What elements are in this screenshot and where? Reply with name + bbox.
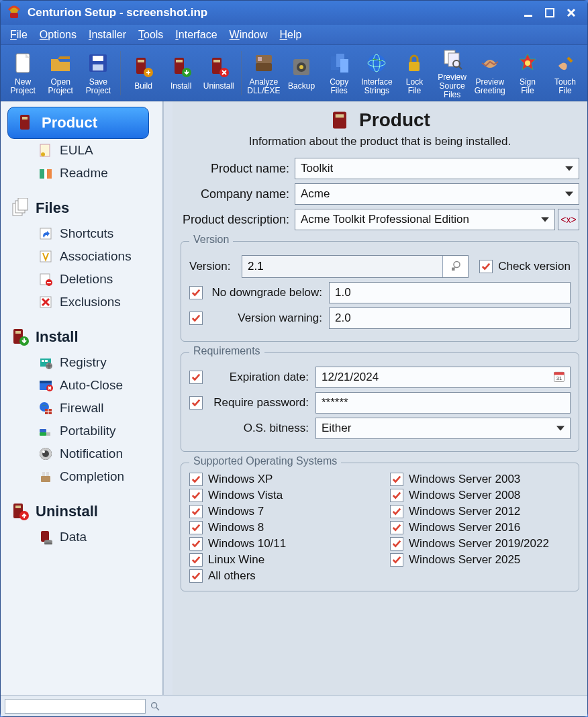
company-name-combo[interactable]: Acme [295,183,579,205]
menu-tools[interactable]: Tools [133,27,168,43]
os-checkbox[interactable] [189,521,203,534]
os-checkbox[interactable] [189,553,203,567]
sidebar-scrollbar[interactable] [163,101,173,695]
sidebar: ProductEULAReadmeFilesShortcutsAssociati… [1,101,163,695]
toolbar-preview-button[interactable]: PreviewSource Files [434,45,471,101]
product-desc-label: Product description: [181,213,295,227]
os-bitness-combo[interactable]: Either [315,418,571,439]
password-input[interactable]: ****** [315,392,571,414]
toolbar-save-button[interactable]: SaveProject [80,50,116,97]
search-input[interactable] [5,699,146,714]
uninstall-box-icon [10,501,30,522]
os-checkbox[interactable] [390,537,403,551]
toolbar-install-button[interactable]: Install [163,54,199,92]
sidebar-item-firewall[interactable]: Firewall [1,397,162,420]
os-windows-xp: Windows XP [189,473,370,486]
os-linux-wine: Linux Wine [189,553,370,567]
toolbar-copy-button[interactable]: CopyFiles [321,50,357,97]
menu-installer[interactable]: Installer [83,27,132,43]
version-input[interactable]: 2.1 [242,256,442,277]
app-window: Centurion Setup - screenshot.inp FileOpt… [0,0,588,717]
os-checkbox[interactable] [189,537,203,551]
sidebar-item-auto-close[interactable]: Auto-Close [1,374,162,397]
sidebar-item-shortcuts[interactable]: Shortcuts [1,222,162,245]
calendar-icon[interactable]: 31 [552,370,566,383]
os-checkbox[interactable] [189,505,203,518]
sidebar-section-product[interactable]: Product [7,107,149,139]
sidebar-item-readme[interactable]: Readme [1,162,162,185]
menu-options[interactable]: Options [34,27,82,43]
sidebar-item-portability[interactable]: Portability [1,420,162,442]
toolbar-backup-button[interactable]: Backup [283,54,320,92]
maximize-button[interactable] [539,5,560,21]
menu-help[interactable]: Help [275,27,307,43]
toolbar-new-button[interactable]: NewProject [5,50,41,97]
no-downgrade-input[interactable]: 1.0 [329,282,571,303]
svg-rect-7 [93,56,103,61]
password-checkbox[interactable] [189,396,203,410]
install-box-icon [10,327,30,347]
no-downgrade-label: No downgrade below: [208,286,329,299]
product-name-combo[interactable]: Toolkit [295,158,579,179]
new-icon [11,51,35,75]
os-checkbox[interactable] [390,505,403,518]
product-desc-combo[interactable]: Acme Toolkit Professional Edition [295,209,555,230]
svg-rect-20 [258,57,262,61]
toolbar-build-button[interactable]: Build [125,54,161,92]
os-checkbox[interactable] [189,569,203,583]
menu-window[interactable]: Window [224,27,273,43]
sidebar-item-deletions[interactable]: Deletions [1,268,162,291]
expiration-input[interactable]: 12/21/2024 31 [315,367,571,388]
chevron-down-icon [565,166,573,171]
analyze-icon [252,51,276,75]
os-checkbox[interactable] [390,489,403,502]
search-icon[interactable] [150,701,160,712]
svg-text:31: 31 [556,375,562,381]
sidebar-item-registry[interactable]: Registry [1,351,162,374]
os-checkbox[interactable] [189,489,203,502]
copy-icon [327,51,351,75]
sidebar-item-associations[interactable]: Associations [1,245,162,268]
sidebar-item-data[interactable]: Data [1,526,162,548]
desc-advanced-button[interactable]: <x> [558,209,579,230]
title-bar: Centurion Setup - screenshot.inp [1,1,587,25]
svg-point-89 [152,702,157,708]
os-checkbox[interactable] [390,473,403,486]
sidebar-item-eula[interactable]: EULA [1,139,162,162]
os-checkbox[interactable] [390,521,403,534]
sidebar-section-install[interactable]: Install [1,323,162,351]
toolbar-open-button[interactable]: OpenProject [42,50,79,97]
toolbar-analyze-button[interactable]: AnalyzeDLL/EXE [246,50,282,97]
check-version-checkbox[interactable] [479,260,493,273]
svg-rect-72 [42,472,45,476]
sidebar-section-files[interactable]: Files [1,194,162,222]
no-downgrade-checkbox[interactable] [189,286,203,299]
shortcut-icon [38,226,53,241]
toolbar-sign-button[interactable]: SignFile [509,50,546,97]
version-warning-input[interactable]: 2.0 [329,307,571,329]
toolbar-uninstall-button[interactable]: Uninstall [201,54,237,92]
os-checkbox[interactable] [189,473,203,486]
menu-interface[interactable]: Interface [170,27,222,43]
toolbar-separator [241,51,242,95]
sidebar-item-notification[interactable]: Notification [1,442,162,465]
sidebar-item-exclusions[interactable]: Exclusions [1,291,162,314]
os-checkbox[interactable] [390,553,403,567]
toolbar-greet-button[interactable]: PreviewGreeting [472,50,508,97]
sidebar-item-completion[interactable]: Completion [1,465,162,488]
version-picker-button[interactable] [442,256,468,277]
svg-rect-37 [22,117,28,120]
sidebar-section-uninstall[interactable]: Uninstall [1,497,162,526]
svg-rect-16 [213,60,220,62]
readme-icon [38,166,53,181]
version-warning-checkbox[interactable] [189,312,203,325]
toolbar-globe-button[interactable]: InterfaceStrings [358,50,395,97]
menu-file[interactable]: File [5,27,33,43]
svg-rect-18 [256,63,272,71]
toolbar-lock-button[interactable]: LockFile [396,50,432,97]
expiration-checkbox[interactable] [189,371,203,384]
eula-icon [38,143,53,158]
minimize-button[interactable] [518,5,539,21]
toolbar-touch-button[interactable]: TouchFile [547,50,583,97]
close-button[interactable] [560,5,582,21]
